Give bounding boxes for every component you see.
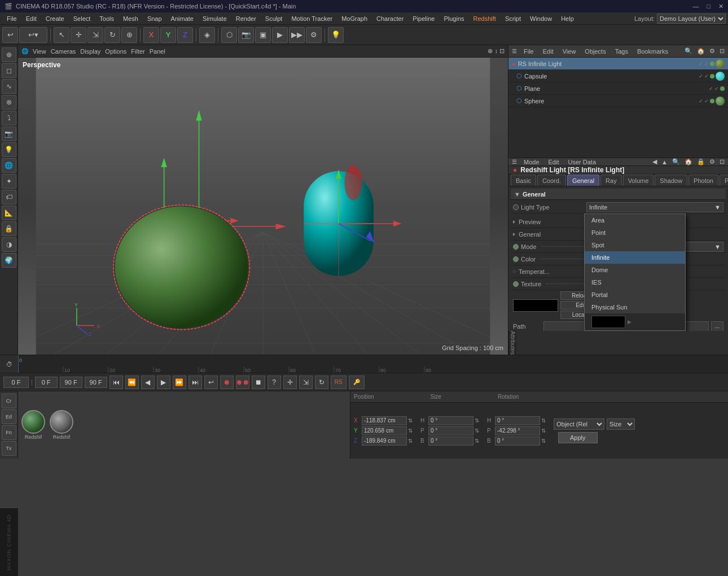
- gen-btn[interactable]: ⊗: [2, 95, 16, 110]
- material-item-1[interactable]: Redshif: [21, 410, 45, 440]
- attr-back[interactable]: ◀: [652, 158, 657, 165]
- rot-h-spinner[interactable]: ⇅: [541, 417, 546, 424]
- rot-p-input[interactable]: [495, 426, 540, 435]
- maximize-btn[interactable]: □: [707, 3, 711, 10]
- object-row-capsule[interactable]: ⬡ Capsule ✓ ✓: [508, 70, 728, 82]
- attr-expand2[interactable]: ⊡: [720, 158, 725, 165]
- menu-edit[interactable]: Edit: [21, 14, 41, 23]
- play-btn[interactable]: ▶: [157, 376, 170, 389]
- color-radio[interactable]: [513, 256, 519, 262]
- menu-plugins[interactable]: Plugins: [439, 14, 468, 23]
- menu-snap[interactable]: Snap: [143, 14, 166, 23]
- option-physical-sun[interactable]: Physical Sun: [585, 301, 685, 313]
- pos-z-spinner[interactable]: ⇅: [408, 438, 413, 444]
- objects-edit-menu[interactable]: Edit: [541, 48, 556, 55]
- world-tool[interactable]: 🌍: [2, 253, 16, 268]
- vp-cameras[interactable]: Cameras: [51, 48, 76, 55]
- goto-end-btn[interactable]: ⏭: [188, 376, 202, 389]
- attr-settings2[interactable]: ⚙: [709, 158, 715, 165]
- rot-b-spinner[interactable]: ⇅: [541, 438, 546, 444]
- snap-tool[interactable]: 🔒: [2, 221, 16, 236]
- camera-tool[interactable]: 📷: [2, 126, 16, 141]
- deform-btn[interactable]: ⤵: [2, 111, 16, 125]
- titlebar-controls[interactable]: — □ ✕: [692, 3, 723, 10]
- current-frame-input[interactable]: [3, 377, 29, 388]
- prev-frame-btn[interactable]: ⏪: [125, 376, 139, 389]
- option-ies[interactable]: IES: [585, 276, 685, 289]
- menu-mesh[interactable]: Mesh: [119, 14, 143, 23]
- move-tool-btn[interactable]: ✛: [283, 376, 297, 389]
- attr-search[interactable]: 🔍: [672, 158, 680, 165]
- rs-render-btn[interactable]: RS: [331, 376, 347, 389]
- render-settings[interactable]: ⚙: [306, 27, 322, 43]
- vp-options[interactable]: Options: [105, 48, 126, 55]
- attr-edit[interactable]: Edit: [546, 159, 562, 165]
- close-btn[interactable]: ✕: [718, 3, 723, 10]
- objects-view-menu[interactable]: View: [560, 48, 578, 55]
- render-region[interactable]: ▣: [255, 27, 271, 43]
- tab-general[interactable]: General: [567, 174, 599, 186]
- menu-character[interactable]: Character: [372, 14, 408, 23]
- rot-p-spinner[interactable]: ⇅: [541, 427, 546, 434]
- size-h-input[interactable]: [428, 416, 473, 425]
- tab-photon[interactable]: Photon: [688, 174, 718, 186]
- end-frame-input[interactable]: [60, 377, 82, 388]
- record-stop-btn[interactable]: ⏹: [252, 376, 265, 389]
- goto-start-btn[interactable]: ⏮: [109, 376, 123, 389]
- light-type-radio[interactable]: [513, 204, 519, 210]
- menu-mograph[interactable]: MoGraph: [337, 14, 372, 23]
- objects-file-menu[interactable]: File: [521, 48, 536, 55]
- attr-fwd[interactable]: ▲: [661, 159, 668, 165]
- menu-file[interactable]: File: [2, 14, 21, 23]
- object-row-plane[interactable]: ⬡ Plane ✓ ✓: [508, 82, 728, 95]
- vp-view[interactable]: View: [33, 48, 46, 55]
- tab-volume[interactable]: Volume: [623, 174, 654, 186]
- start-frame-input[interactable]: [35, 377, 58, 388]
- transform-btn[interactable]: ⊕: [121, 27, 137, 43]
- menu-simulate[interactable]: Simulate: [198, 14, 231, 23]
- render-view[interactable]: ▶: [272, 27, 288, 43]
- size-b-spinner[interactable]: ⇅: [475, 438, 479, 444]
- y-axis-btn[interactable]: Y: [160, 27, 176, 43]
- tab-coord[interactable]: Coord.: [537, 174, 566, 186]
- vp-filter[interactable]: Filter: [131, 48, 144, 55]
- option-point[interactable]: Point: [585, 226, 685, 239]
- mat-edit-btn[interactable]: Ed: [2, 409, 16, 424]
- next-frame-btn[interactable]: ⏩: [173, 376, 186, 389]
- option-portal[interactable]: Portal: [585, 289, 685, 301]
- objects-search[interactable]: 🔍: [685, 47, 692, 55]
- help-btn[interactable]: ?: [267, 376, 281, 389]
- material-tool[interactable]: ◑: [2, 237, 16, 252]
- play-reverse-btn[interactable]: ◀: [141, 376, 155, 389]
- undo-btn[interactable]: ↩: [2, 27, 18, 43]
- move-btn[interactable]: ✛: [71, 27, 86, 43]
- tab-project[interactable]: Project: [720, 174, 728, 186]
- menu-create[interactable]: Create: [41, 14, 69, 23]
- render-all[interactable]: ▶▶: [289, 27, 305, 43]
- menu-render[interactable]: Render: [231, 14, 261, 23]
- path-browse-btn[interactable]: ...: [711, 321, 723, 331]
- loop-btn[interactable]: ↩: [204, 376, 218, 389]
- redo-area[interactable]: ↩▾: [19, 27, 47, 43]
- minimize-btn[interactable]: —: [692, 3, 699, 10]
- particle-tool[interactable]: ✦: [2, 174, 16, 189]
- record-all-btn[interactable]: ⏺⏺: [236, 376, 249, 389]
- z-axis-btn[interactable]: Z: [177, 27, 193, 43]
- object-row-rs-light[interactable]: ● RS Infinite Light ✓ ✓: [508, 58, 728, 70]
- objects-settings[interactable]: ⚙: [709, 47, 715, 55]
- apply-btn[interactable]: Apply: [558, 432, 598, 443]
- size-b-input[interactable]: [428, 437, 473, 446]
- keyframe-btn[interactable]: 🔑: [349, 376, 365, 389]
- option-dome[interactable]: Dome: [585, 264, 685, 276]
- menu-window[interactable]: Window: [525, 14, 556, 23]
- mode-radio[interactable]: [513, 244, 519, 250]
- light-type-dropdown-btn[interactable]: Infinite ▼: [586, 202, 723, 212]
- option-area[interactable]: Area: [585, 214, 685, 226]
- objects-bookmarks-menu[interactable]: Bookmarks: [635, 48, 670, 55]
- attr-mode[interactable]: Mode: [521, 159, 542, 165]
- objects-tags-menu[interactable]: Tags: [613, 48, 630, 55]
- max-frame-input[interactable]: [85, 377, 107, 388]
- spline-btn[interactable]: ∿: [2, 79, 16, 94]
- nav-btn[interactable]: ⊕: [2, 47, 16, 62]
- rot-b-input[interactable]: [495, 437, 540, 446]
